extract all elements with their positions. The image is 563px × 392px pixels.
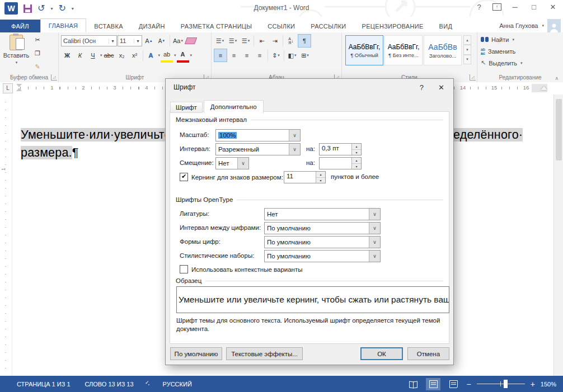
minimize-icon[interactable]: ─ [509, 3, 520, 11]
avatar[interactable] [547, 19, 561, 32]
format-painter-icon[interactable]: ✎ [31, 60, 44, 73]
font-size-combo[interactable]: 11 ▾ [118, 35, 142, 46]
tab-page-layout[interactable]: РАЗМЕТКА СТРАНИЦЫ [173, 20, 260, 32]
sort-button[interactable]: АЯ ↓ [285, 35, 297, 47]
increase-indent-button[interactable]: ⇥ [269, 35, 281, 47]
cut-icon[interactable]: ✂ [31, 34, 44, 46]
web-layout-button[interactable] [446, 378, 461, 390]
contextual-alternates-checkbox[interactable]: Использовать контекстные варианты [180, 265, 303, 273]
number-forms-chevron-icon[interactable]: ∨ [369, 237, 380, 248]
copy-icon[interactable]: ❐ [31, 47, 44, 59]
styles-dialog-launcher-icon[interactable]: ◿ [470, 74, 476, 81]
font-color-button[interactable]: А [177, 48, 189, 63]
ok-button[interactable]: ОК [360, 347, 403, 360]
multilevel-list-button[interactable]: ☰▾ [240, 35, 252, 47]
clear-formatting-button[interactable] [185, 35, 197, 47]
number-spacing-combo[interactable]: По умолчанию ∨ [264, 222, 381, 234]
tab-file[interactable]: ФАЙЛ [0, 20, 40, 32]
word-count[interactable]: СЛОВО 13 ИЗ 13 [78, 381, 141, 388]
number-forms-combo[interactable]: По умолчанию ∨ [264, 236, 381, 248]
set-as-default-button[interactable]: По умолчанию [170, 347, 222, 360]
font-color-dropdown-icon[interactable]: ▾ [190, 53, 193, 58]
spin-up-icon[interactable]: ▴ [316, 172, 325, 178]
position-combo[interactable]: Нет ∨ [215, 157, 249, 169]
maximize-icon[interactable]: □ [528, 3, 539, 11]
style-no-spacing[interactable]: АаБбВвГг, ¶ Без инте... [384, 35, 423, 65]
document-line-2[interactable]: размера.¶ [21, 146, 79, 160]
highlight-dropdown-icon[interactable]: ▾ [174, 53, 176, 58]
select-button[interactable]: ↖ Выделить ▾ [478, 57, 562, 69]
styles-scroll-up-icon[interactable]: ▴ [463, 35, 471, 45]
ribbon-display-options-icon[interactable]: ↑ [492, 3, 501, 11]
align-right-button[interactable]: ≡ [241, 49, 253, 62]
zoom-slider-thumb[interactable] [504, 380, 508, 388]
zoom-in-button[interactable]: + [531, 380, 535, 388]
page-count[interactable]: СТРАНИЦА 1 ИЗ 1 [0, 381, 78, 388]
spin-up-icon[interactable]: ▴ [352, 158, 361, 164]
clipboard-dialog-launcher-icon[interactable]: ◿ [51, 74, 57, 81]
stylistic-sets-chevron-icon[interactable]: ∨ [369, 251, 380, 262]
spacing-by-spinner[interactable]: 0,3 пт ▴▾ [319, 143, 362, 155]
justify-button[interactable]: ≡ [254, 49, 266, 62]
bullets-button[interactable]: ☰▾ [214, 35, 226, 47]
collapse-ribbon-icon[interactable]: ∧ [555, 75, 559, 81]
highlight-button[interactable]: ab [161, 48, 173, 63]
read-mode-button[interactable] [406, 378, 420, 390]
zoom-out-button[interactable]: − [466, 380, 471, 388]
show-hide-pilcrow-button[interactable]: ¶ [298, 34, 311, 48]
tab-view[interactable]: ВИД [431, 20, 461, 32]
dialog-title-bar[interactable]: Шрифт ? ✕ [166, 79, 453, 96]
document-line-1-right[interactable]: еделённого· [453, 128, 523, 142]
zoom-slider[interactable] [477, 384, 525, 384]
italic-button[interactable]: К [74, 49, 86, 62]
ligatures-combo[interactable]: Нет ∨ [264, 208, 381, 220]
strikethrough-button[interactable]: abc [103, 49, 115, 62]
account-menu[interactable]: Анна Глухова ▾ [499, 19, 563, 32]
borders-button[interactable]: ⊞▾ [299, 49, 311, 62]
help-icon[interactable]: ? [473, 3, 485, 11]
vertical-ruler[interactable]: 1 [0, 95, 12, 376]
position-by-spinner[interactable]: ▴▾ [319, 157, 362, 169]
close-icon[interactable]: ✕ [547, 3, 559, 11]
spin-down-icon[interactable]: ▾ [316, 178, 325, 183]
paste-button[interactable]: Вставить ▾ [1, 34, 31, 66]
first-line-indent-marker[interactable] [16, 84, 22, 87]
spin-down-icon[interactable]: ▾ [352, 150, 361, 155]
underline-dropdown-icon[interactable]: ▾ [100, 53, 102, 58]
ligatures-chevron-icon[interactable]: ∨ [369, 209, 380, 220]
dialog-tab-font[interactable]: Шрифт [170, 102, 203, 113]
align-left-button[interactable]: ≡ [214, 49, 227, 62]
find-button[interactable]: Найти ▾ [478, 34, 562, 45]
dialog-tab-advanced[interactable]: Дополнительно [204, 100, 264, 114]
line-spacing-button[interactable]: ⇕▾ [270, 49, 282, 62]
spacing-combo[interactable]: Разреженный ∨ [215, 143, 301, 155]
dialog-close-icon[interactable]: ✕ [438, 83, 444, 92]
scale-chevron-icon[interactable]: ∨ [289, 130, 300, 141]
tab-selector[interactable]: L [3, 83, 13, 93]
spacing-chevron-icon[interactable]: ∨ [289, 144, 300, 155]
scrollbar-thumb[interactable] [556, 99, 562, 160]
style-heading1[interactable]: АаБбВв Заголово... [424, 35, 462, 65]
grow-font-button[interactable]: A▲ [143, 35, 155, 47]
replace-button[interactable]: abac Заменить [478, 45, 562, 57]
spin-up-icon[interactable]: ▴ [352, 144, 361, 150]
tab-home[interactable]: ГЛАВНАЯ [40, 18, 87, 32]
tab-mailings[interactable]: РАССЫЛКИ [303, 20, 354, 32]
right-indent-marker[interactable] [541, 86, 547, 90]
kerning-checkbox[interactable]: ✔ Кернинг для знаков размером: [180, 173, 283, 181]
tab-references[interactable]: ССЫЛКИ [260, 20, 303, 32]
styles-scroll-down-icon[interactable]: ▾ [463, 45, 471, 54]
underline-button[interactable]: Ч [87, 49, 99, 62]
text-effects-dropdown-icon[interactable]: ▾ [158, 53, 161, 58]
subscript-button[interactable]: x₂ [116, 49, 128, 62]
bold-button[interactable]: Ж [61, 49, 73, 62]
kerning-size-spinner[interactable]: 11 ▴▾ [284, 171, 326, 183]
stylistic-sets-combo[interactable]: По умолчанию ∨ [264, 250, 381, 262]
styles-more-icon[interactable]: ▾ [463, 55, 471, 64]
zoom-level[interactable]: 150% [541, 381, 556, 388]
vertical-scrollbar[interactable] [553, 95, 563, 376]
dialog-help-icon[interactable]: ? [420, 83, 424, 92]
text-effects-button-dialog[interactable]: Текстовые эффекты... [226, 347, 303, 360]
shading-button[interactable]: ◧▾ [286, 49, 298, 62]
scale-combo[interactable]: 100% ∨ [215, 129, 301, 141]
